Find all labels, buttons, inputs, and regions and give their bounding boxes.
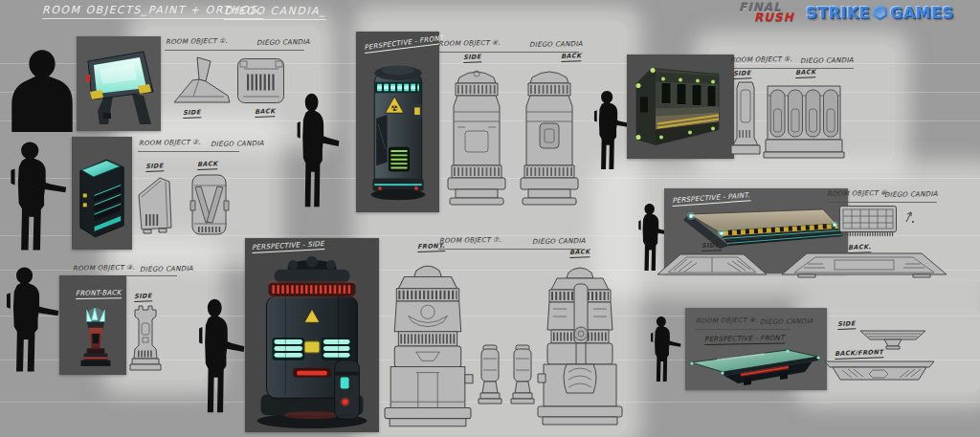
scale-figure-soldier <box>4 141 67 251</box>
group8-view-side: SIDE <box>837 319 856 329</box>
ortho-cabinet-back <box>189 172 230 239</box>
group2-header: ROOM OBJECT ②. <box>139 139 201 147</box>
group8-header: ROOM OBJECT ⑧. <box>696 317 758 325</box>
scale-figure-soldier <box>292 92 340 208</box>
group1-view-back: BACK <box>255 107 276 117</box>
painted-cabinet <box>73 139 131 249</box>
painted-table <box>688 346 822 386</box>
ortho-generator-front <box>383 256 473 434</box>
group4-header: ROOM OBJECT ④. <box>438 39 501 48</box>
painted-canister: ☢ <box>362 57 434 208</box>
scale-figure-soldier <box>590 90 632 170</box>
header-underline <box>826 202 937 203</box>
ortho-generator-back <box>538 256 622 434</box>
scale-figure-bust <box>10 48 75 132</box>
group4-view-side: SIDE <box>463 53 481 62</box>
radiation-icon: ☢ <box>390 103 398 113</box>
ortho-wall-side <box>727 78 762 159</box>
group6-artist: DIEGO CANDIA <box>884 190 938 199</box>
sheet-author: DIEGO CANDIA_ <box>224 5 326 20</box>
header-underline <box>695 329 791 330</box>
group4-view-back: BACK <box>561 52 582 61</box>
strike-games-logo: STRIKE GAMES <box>806 2 953 23</box>
ortho-cabinet-side <box>134 174 177 235</box>
ortho-generator-pipe-cylinder <box>479 342 501 405</box>
group5-header: ROOM OBJECT ⑤. <box>730 55 792 64</box>
painted-console <box>77 36 161 131</box>
ortho-platform-side <box>655 250 769 278</box>
games-logo-text: GAMES <box>890 4 953 22</box>
painted-wall-section <box>627 55 734 159</box>
ortho-generator-pipe-cylinder <box>511 342 534 405</box>
ortho-platform-top <box>838 205 898 237</box>
concept-art-sheet: ROOM OBJECTS_PAINT + ORTHOS. DIEGO CANDI… <box>0 0 980 437</box>
scale-figure-soldier <box>193 297 245 414</box>
group2-view-back: BACK <box>197 160 218 169</box>
ortho-pedestal-side <box>130 301 161 372</box>
group5-view-side: SIDE <box>733 69 751 78</box>
group7-header: ROOM OBJECT ⑦. <box>439 236 501 245</box>
header-underline <box>438 249 582 250</box>
top-view-pencil-mark <box>903 210 915 224</box>
strike-logo-text: STRIKE <box>806 4 870 22</box>
group1-artist: DIEGO CANDIA <box>256 38 310 47</box>
ortho-canister-side <box>444 62 509 209</box>
group3-header: ROOM OBJECT ③. <box>73 264 135 273</box>
group6-header: ROOM OBJECT ⑥. <box>827 189 889 198</box>
group5-view-back: BACK <box>795 68 816 77</box>
ortho-console-side <box>170 55 234 108</box>
group8-paint-label: PERSPECTIVE - FRONT <box>704 335 785 345</box>
group7-view-front: FRONT. <box>417 242 445 251</box>
scale-figure-soldier <box>647 316 681 382</box>
ortho-table-side <box>858 328 928 351</box>
painted-generator <box>247 254 377 430</box>
header-underline <box>138 151 239 152</box>
final-rush-logo: FINAL RUSH <box>739 1 798 26</box>
group2-view-side: SIDE <box>145 162 164 171</box>
strike-games-hex-icon <box>872 5 888 21</box>
group8-view-backfront: BACK/FRONT <box>835 348 883 359</box>
group4-artist: DIEGO CANDIA <box>529 40 583 49</box>
group3-artist: DIEGO CANDIA <box>140 265 193 273</box>
scale-figure-soldier <box>0 266 59 373</box>
header-underline <box>165 50 304 51</box>
ortho-wall-back <box>764 78 844 159</box>
ortho-platform-back <box>779 249 949 278</box>
ortho-console-back <box>235 56 287 107</box>
ortho-table-backfront <box>823 359 936 383</box>
group5-artist: DIEGO CANDIA <box>800 56 854 65</box>
group7-artist: DIEGO CANDIA <box>532 237 586 246</box>
rush-logo-text: RUSH <box>754 11 794 24</box>
group2-artist: DIEGO CANDIA <box>211 140 264 148</box>
header-underline <box>72 275 177 276</box>
group8-artist: DIEGO CANDIA <box>760 317 813 326</box>
painted-pedestal <box>78 304 113 369</box>
group1-view-side: SIDE <box>183 108 201 118</box>
group1-header: ROOM OBJECT ①. <box>166 37 228 46</box>
ortho-canister-back <box>515 62 584 209</box>
group3-paint-label: FRONT-BACK <box>76 289 122 299</box>
header-underline <box>437 52 579 53</box>
group3-view-side: SIDE <box>134 292 152 301</box>
